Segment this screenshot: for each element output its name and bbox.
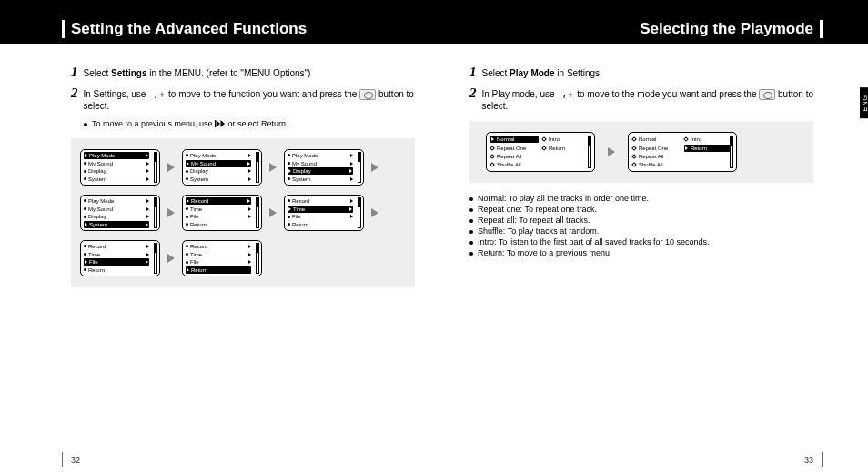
screen-settings-mysound: Play Mode My Sound Display System [182,149,262,186]
bullet-icon [469,208,473,212]
definitions-list: Normal: To play all the tracks in order … [469,194,813,257]
bullet-icon [469,241,473,245]
scrollbar-icon [358,197,361,228]
screen-settings-system: Play Mode My Sound Display System [80,195,160,231]
top-bar [0,0,868,15]
scrollbar-icon [256,243,259,274]
step-1: 1 Select Settings in the MENU. (refer to… [71,65,415,79]
right-column: ENG 1 Select Play Mode in Settings. 2 In… [433,65,868,287]
step-1-number: 1 [71,65,78,79]
step-2: 2 In Settings, use —,＋ to move to the fu… [71,86,415,112]
page-number-right: 33 [804,456,813,465]
scrollbar-icon [256,197,259,228]
settings-screens: Play Mode My Sound Display System Play M… [71,138,415,287]
screen-settings-record: Record Time File Return [182,195,262,231]
scrollbar-icon [730,136,733,168]
def-repeat-all: Repeat all: To repeat all tracks. [478,216,590,225]
bullet-icon [469,219,473,223]
jog-button-icon [759,89,775,100]
r-step-2-number: 2 [469,86,477,100]
page-number-left: 32 [71,456,80,465]
bullet-icon [469,252,473,256]
scrollbar-icon [154,152,157,183]
language-tab: ENG [860,87,868,118]
scrollbar-icon [256,152,259,183]
header: Setting the Advanced Functions Selecting… [0,15,868,44]
arrow-right-icon [269,163,277,172]
screen-settings-time: Record Time File Return [284,195,364,231]
def-return: Return: To move to a previous menu [478,248,610,257]
arrow-right-icon [167,163,175,172]
header-title-right: Selecting the Playmode [640,20,813,38]
screen-settings-return: Record Time File Return [182,240,262,276]
bullet-icon [84,123,87,126]
screen-playmode-return: Normal Repeat One Repeat All Shuffle All… [628,132,737,172]
def-repeat-one: Repeat one: To repeat one track. [478,205,597,214]
r-step-1: 1 Select Play Mode in Settings. [469,65,813,79]
arrow-right-icon [608,147,615,156]
arrow-right-icon [371,163,378,172]
def-normal: Normal: To play all the tracks in order … [478,194,649,203]
step-2-text: In Settings, use —,＋ to move to the func… [84,88,416,112]
r-step-2: 2 In Play mode, use —,＋ to move to the m… [469,86,813,112]
step-2-number: 2 [71,86,78,100]
page-rule-left [62,452,63,467]
minus-plus-icon: —,＋ [557,89,574,99]
bullet-icon [469,230,473,234]
screen-settings-display: Play Mode My Sound Display System [284,149,364,186]
left-column: 1 Select Settings in the MENU. (refer to… [0,65,433,287]
note-text: To move to a previous menu, use or selec… [92,119,288,129]
r-step-1-number: 1 [469,65,477,79]
scrollbar-icon [358,152,361,183]
r-step-2-text: In Play mode, use —,＋ to move to the mod… [482,88,814,112]
jog-button-icon [359,89,376,100]
arrow-right-icon [167,208,175,217]
playmode-screens: Normal Repeat One Repeat All Shuffle All… [469,121,813,183]
scrollbar-icon [588,136,591,168]
screen-settings-file: Record Time File Return [80,240,160,276]
scrollbar-icon [154,197,157,228]
arrow-right-icon [167,254,175,263]
screen-settings-playmode: Play Mode My Sound Display System [80,149,160,186]
r-step-1-text: Select Play Mode in Settings. [482,67,602,79]
def-intro: Intro: To listen to the first part of al… [478,237,709,246]
arrow-right-icon [371,208,378,217]
def-shuffle: Shuffle: To play tracks at random. [478,226,599,236]
bullet-icon [469,197,473,201]
step-1-text: Select Settings in the MENU. (refer to "… [84,67,311,79]
scrollbar-icon [154,243,157,274]
header-title-left: Setting the Advanced Functions [71,20,307,38]
previous-track-icon [215,120,226,129]
note-row: To move to a previous menu, use or selec… [84,119,415,129]
arrow-right-icon [269,208,277,217]
page-rule-right [822,452,823,467]
minus-plus-icon: —,＋ [148,89,166,99]
screen-playmode-normal: Normal Repeat One Repeat All Shuffle All… [486,132,595,172]
